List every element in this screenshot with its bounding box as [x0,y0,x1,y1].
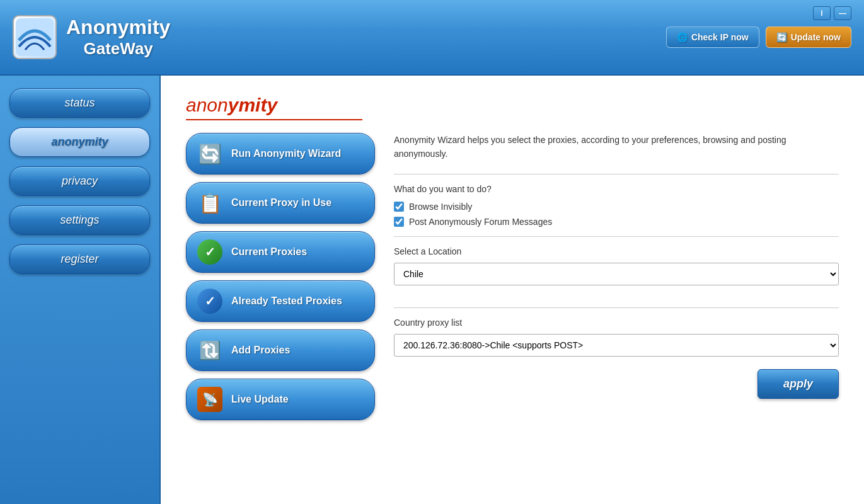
sidebar-item-privacy[interactable]: privacy [9,166,150,196]
current-proxies-button[interactable]: ✓ Current Proxies [186,231,375,273]
what-todo-label: What do you want to do? [394,184,839,194]
already-tested-button[interactable]: ✓ Already Tested Proxies [186,280,375,322]
run-wizard-label: Run Anonymity Wizard [231,148,341,159]
post-anonymously-row: Post Anonymously Forum Messages [394,217,839,227]
minimize-button[interactable]: — [834,6,851,20]
current-proxies-label: Current Proxies [231,246,307,258]
separator-2 [394,236,839,237]
sidebar-label-anonymity: anonymity [51,135,108,148]
check-ip-button[interactable]: 🌐 Check IP now [666,26,759,48]
app-title: Anonymity GateWay [66,16,170,59]
add-proxies-button[interactable]: 🔃 Add Proxies [186,329,375,371]
page-title-bold: ymity [228,94,277,115]
browse-invisibly-checkbox[interactable] [394,202,404,212]
live-update-label: Live Update [231,394,289,405]
separator-3 [394,307,839,308]
checkmark-green-icon: ✓ [196,238,224,266]
right-panel: Anonymity Wizard helps you select the pr… [394,133,839,420]
add-proxies-icon: 🔃 [196,336,224,364]
app-title-line1: Anonymity [66,16,170,39]
globe-icon: 🌐 [677,32,688,42]
separator-1 [394,174,839,175]
add-proxies-label: Add Proxies [231,345,290,356]
update-now-button[interactable]: 🔄 Update now [766,26,851,48]
sidebar-item-status[interactable]: status [9,88,150,118]
current-proxy-label: Current Proxy in Use [231,197,331,209]
rss-icon: 📡 [196,386,224,413]
content-area: anonymity 🔄 Run Anonymity Wizard 📋 Curre… [161,76,864,504]
wizard-description: Anonymity Wizard helps you select the pr… [394,133,839,161]
checkmark-blue-icon: ✓ [196,287,224,315]
app-title-line2: GateWay [66,39,170,59]
header: i — Anonymity GateWay 🌐 Check IP now 🔄 U… [0,0,864,76]
apply-button[interactable]: apply [757,369,839,399]
check-ip-label: Check IP now [691,32,749,42]
two-column-layout: 🔄 Run Anonymity Wizard 📋 Current Proxy i… [186,133,839,420]
window-controls: i — [813,6,851,20]
country-proxy-label: Country proxy list [394,318,839,328]
main-layout: status anonymity privacy settings regist… [0,76,864,504]
post-anonymously-label: Post Anonymously Forum Messages [409,217,552,227]
sidebar-label-settings: settings [60,214,99,226]
sidebar-item-register[interactable]: register [9,244,150,274]
sidebar-item-anonymity[interactable]: anonymity [9,127,150,157]
page-title-part1: anon [186,94,228,115]
location-dropdown[interactable]: Chile USA UK Germany France Brazil Japan [394,263,839,285]
sidebar: status anonymity privacy settings regist… [0,76,161,504]
page-title: anonymity [186,94,362,120]
post-anonymously-checkbox[interactable] [394,217,404,227]
header-buttons: 🌐 Check IP now 🔄 Update now [666,26,851,48]
sidebar-label-status: status [64,96,95,109]
run-wizard-button[interactable]: 🔄 Run Anonymity Wizard [186,133,375,175]
current-proxy-button[interactable]: 📋 Current Proxy in Use [186,182,375,224]
browse-invisibly-label: Browse Invisibly [409,202,472,212]
already-tested-label: Already Tested Proxies [231,295,342,307]
update-icon: 🔄 [776,32,787,42]
left-panel: 🔄 Run Anonymity Wizard 📋 Current Proxy i… [186,133,375,420]
proxy-dropdown[interactable]: 200.126.72.36:8080->Chile <supports POST… [394,334,839,357]
sidebar-label-register: register [60,253,98,265]
select-location-label: Select a Location [394,246,839,256]
logo-area: Anonymity GateWay [13,15,170,59]
info-button[interactable]: i [813,6,831,20]
update-now-label: Update now [791,32,841,42]
sidebar-label-privacy: privacy [62,175,98,187]
live-update-button[interactable]: 📡 Live Update [186,379,375,420]
app-logo [13,15,57,59]
browse-invisibly-row: Browse Invisibly [394,202,839,212]
sidebar-item-settings[interactable]: settings [9,205,150,235]
proxy-icon: 📋 [196,189,224,217]
wizard-icon: 🔄 [196,140,224,168]
